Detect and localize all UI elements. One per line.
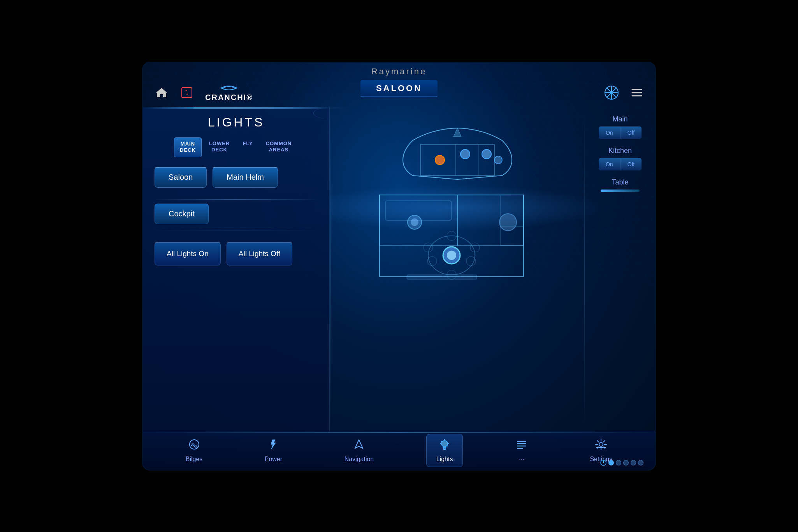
main-helm-button[interactable]: Main Helm <box>213 167 278 188</box>
more-label: ··· <box>519 456 524 463</box>
boat-top-view <box>397 125 518 185</box>
nav-bilges[interactable]: Bilges <box>176 434 213 467</box>
separator-2 <box>151 230 322 230</box>
nav-power[interactable]: Power <box>255 434 292 467</box>
top-bar-left: ⤵ CRANCHI® <box>151 82 253 104</box>
svg-point-29 <box>470 243 480 252</box>
power-icon <box>267 438 279 453</box>
top-glow-line <box>193 107 352 109</box>
power-dot-1 <box>608 460 614 465</box>
home-button[interactable] <box>151 82 172 104</box>
more-icon <box>515 438 528 453</box>
right-separator <box>584 107 585 433</box>
cranchi-logo: CRANCHI® <box>205 83 253 102</box>
tab-fly[interactable]: FLY <box>237 137 258 158</box>
power-dot-2 <box>616 460 621 465</box>
brand-text: Raymarine <box>143 67 655 77</box>
separator-1 <box>151 199 322 200</box>
svg-rect-47 <box>443 447 446 448</box>
kitchen-control-label: Kitchen <box>608 147 632 155</box>
table-control-label: Table <box>612 178 628 186</box>
power-dot-4 <box>631 460 636 465</box>
saloon-header: SALOON <box>360 80 438 97</box>
cranchi-name: CRANCHI® <box>205 93 253 102</box>
menu-button[interactable] <box>626 82 647 104</box>
kitchen-on-button[interactable]: On <box>599 158 620 170</box>
svg-marker-39 <box>355 440 363 448</box>
all-lights-on-button[interactable]: All Lights On <box>155 242 221 265</box>
navigation-icon <box>353 438 365 453</box>
svg-point-33 <box>411 218 418 226</box>
svg-point-35 <box>447 251 456 260</box>
zone-buttons: Saloon Main Helm <box>143 159 329 195</box>
svg-line-45 <box>441 441 442 442</box>
main-on-button[interactable]: On <box>599 126 620 139</box>
svg-point-30 <box>427 256 437 266</box>
bilges-icon <box>188 438 200 453</box>
nav-navigation[interactable]: Navigation <box>335 434 384 467</box>
left-panel: LIGHTS MAIN DECK LOWER DECK FLY COMMON A… <box>143 107 330 433</box>
power-indicator-icon <box>600 460 606 466</box>
main-control-group: Main On Off <box>599 115 642 139</box>
svg-point-14 <box>435 155 445 165</box>
svg-text:⤵: ⤵ <box>185 90 188 96</box>
table-slider[interactable] <box>601 190 640 192</box>
all-lights-row: All Lights On All Lights Off <box>143 234 329 273</box>
svg-point-28 <box>424 243 433 252</box>
kitchen-on-off: On Off <box>599 158 642 170</box>
svg-line-46 <box>447 445 448 446</box>
nav-more[interactable]: ··· <box>506 434 538 467</box>
svg-rect-37 <box>407 275 477 279</box>
svg-point-16 <box>482 149 491 159</box>
lights-icon <box>438 438 451 453</box>
right-panel: Main On Off Kitchen On Off Table <box>585 107 655 433</box>
bottom-separator-glow <box>143 432 655 433</box>
diagram-area <box>330 121 585 433</box>
main-off-button[interactable]: Off <box>620 126 642 139</box>
helm-button[interactable] <box>601 82 622 104</box>
saloon-button[interactable]: Saloon <box>155 167 207 188</box>
main-on-off: On Off <box>599 126 642 139</box>
nav-lights[interactable]: Lights <box>426 434 463 467</box>
svg-point-17 <box>494 156 502 164</box>
left-separator <box>330 107 330 433</box>
tab-main-deck[interactable]: MAIN DECK <box>174 137 202 158</box>
screen: Raymarine ⤵ CRANCHI® <box>142 62 656 471</box>
power-dot-5 <box>638 460 643 465</box>
kitchen-control-group: Kitchen On Off <box>599 147 642 170</box>
main-control-label: Main <box>612 115 628 123</box>
lights-label: Lights <box>436 456 453 463</box>
navigation-label: Navigation <box>345 456 374 463</box>
svg-point-31 <box>466 256 476 266</box>
bilges-label: Bilges <box>186 456 203 463</box>
floor-plan <box>376 191 539 283</box>
power-bar <box>600 460 643 466</box>
power-dot-3 <box>623 460 629 465</box>
close-button[interactable]: ⤵ <box>176 82 197 104</box>
cockpit-button[interactable]: Cockpit <box>155 204 209 224</box>
top-bar-right <box>601 82 647 104</box>
lights-title: LIGHTS <box>143 107 329 135</box>
svg-point-55 <box>599 442 603 446</box>
settings-icon <box>595 438 607 453</box>
svg-marker-18 <box>453 128 461 137</box>
all-lights-off-button[interactable]: All Lights Off <box>227 242 292 265</box>
tab-lower-deck[interactable]: LOWER DECK <box>204 137 235 158</box>
deck-tabs: MAIN DECK LOWER DECK FLY COMMON AREAS <box>166 135 329 160</box>
kitchen-off-button[interactable]: Off <box>620 158 642 170</box>
svg-point-15 <box>461 149 470 159</box>
power-label: Power <box>265 456 282 463</box>
bottom-nav: Bilges Power Navigation <box>143 431 655 470</box>
svg-point-36 <box>499 214 517 231</box>
svg-rect-11 <box>420 144 494 176</box>
svg-point-40 <box>441 441 448 447</box>
tab-common-areas[interactable]: COMMON AREAS <box>260 137 297 158</box>
table-control-group: Table <box>601 178 640 192</box>
